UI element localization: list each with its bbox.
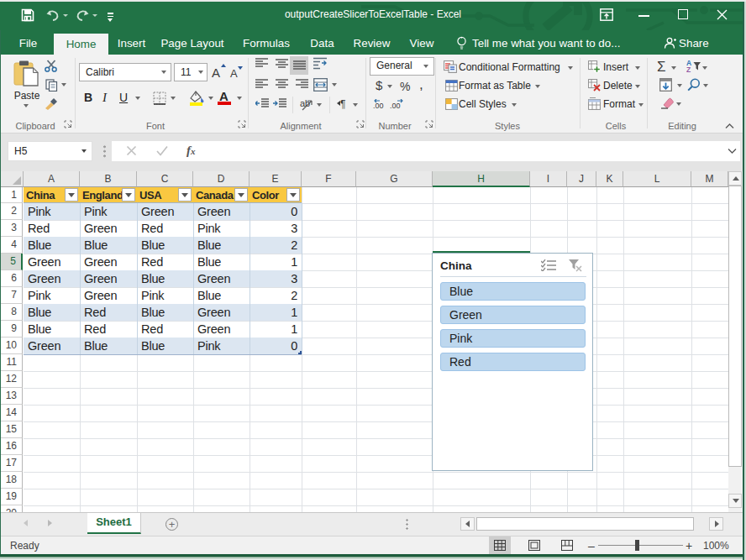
svg-text:¶: ¶ (340, 98, 345, 109)
svg-text:Z: Z (686, 65, 691, 73)
svg-text:.00: .00 (373, 102, 384, 109)
svg-text:.00: .00 (390, 102, 401, 109)
